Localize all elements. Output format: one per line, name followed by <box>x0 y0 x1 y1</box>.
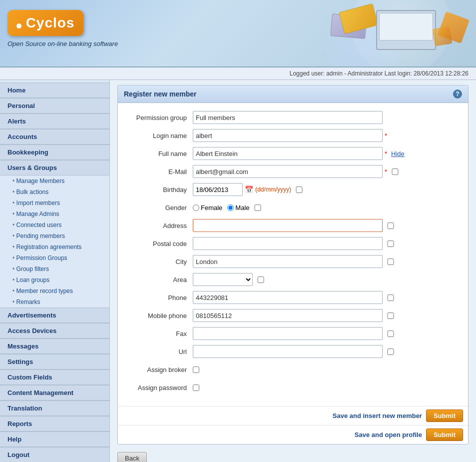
city-checkbox[interactable] <box>386 258 396 265</box>
phone-input[interactable] <box>193 291 383 304</box>
login-name-required: * <box>385 132 387 140</box>
city-input[interactable] <box>193 255 383 268</box>
mobile-phone-row: Mobile phone <box>128 308 458 322</box>
birthday-checkbox[interactable] <box>294 186 304 193</box>
gender-male-radio[interactable] <box>227 204 234 211</box>
sidebar-item-custom-fields[interactable]: Custom Fields <box>0 370 109 385</box>
sidebar-item-registration-agreements[interactable]: Registration agreements <box>0 242 109 252</box>
sidebar-item-pending-members[interactable]: Pending members <box>0 230 109 242</box>
logo-box: Cyclos <box>7 10 83 36</box>
date-hint: (dd/mm/yyyy) <box>255 186 291 193</box>
address-input[interactable] <box>193 219 383 232</box>
save-insert-label: Save and insert new member <box>333 412 422 420</box>
full-name-input[interactable] <box>193 147 383 160</box>
area-checkbox[interactable] <box>256 276 266 283</box>
url-label: Url <box>128 348 193 356</box>
email-input[interactable] <box>193 165 383 178</box>
phone-label: Phone <box>128 294 193 302</box>
fax-input[interactable] <box>193 327 383 340</box>
help-icon[interactable]: ? <box>453 90 462 98</box>
gender-female-label[interactable]: Female <box>193 204 222 212</box>
logo-area: Cyclos Open Source on-line banking softw… <box>7 10 118 48</box>
assign-password-row: Assign password <box>128 380 458 394</box>
assign-broker-checkbox[interactable] <box>193 366 199 373</box>
login-name-input[interactable] <box>193 129 383 142</box>
permission-group-input[interactable] <box>193 111 383 124</box>
sidebar-item-remarks[interactable]: Remarks <box>0 296 109 308</box>
mobile-phone-checkbox[interactable] <box>386 312 396 319</box>
sidebar-item-personal[interactable]: Personal <box>0 98 109 114</box>
gender-female-text: Female <box>201 204 222 212</box>
mobile-phone-input[interactable] <box>193 309 383 322</box>
status-bar: Logged user: admin - Administrator Last … <box>0 68 476 80</box>
area-row: Area <box>128 272 458 286</box>
save-insert-button[interactable]: Submit <box>426 410 463 422</box>
sidebar-item-settings[interactable]: Settings <box>0 354 109 370</box>
email-row: E-Mail * <box>128 164 458 178</box>
phone-checkbox[interactable] <box>386 294 396 301</box>
gender-row: Gender Female Male <box>128 200 458 214</box>
gender-female-radio[interactable] <box>193 204 199 211</box>
sidebar-item-member-record-types[interactable]: Member record types <box>0 286 109 296</box>
full-name-required: * <box>385 150 387 158</box>
save-insert-row: Save and insert new member Submit <box>118 406 468 425</box>
email-checkbox[interactable] <box>390 168 400 175</box>
form-panel-title: Register new member <box>124 90 197 98</box>
phone-row: Phone <box>128 290 458 304</box>
address-checkbox[interactable] <box>386 222 396 229</box>
sidebar-item-users-groups[interactable]: Users & Groups <box>0 160 109 176</box>
postal-code-label: Postal code <box>128 240 193 248</box>
calendar-icon[interactable]: 📅 <box>245 186 253 194</box>
area-select[interactable] <box>193 273 253 286</box>
assign-password-checkbox[interactable] <box>193 384 199 391</box>
sidebar-item-bookkeeping[interactable]: Bookkeeping <box>0 144 109 160</box>
sidebar-item-advertisements[interactable]: Advertisements <box>0 308 109 323</box>
sidebar-item-permission-groups[interactable]: Permission Groups <box>0 252 109 264</box>
login-name-row: Login name * <box>128 128 458 142</box>
birthday-row: Birthday 📅 (dd/mm/yyyy) <box>128 182 458 196</box>
login-name-label: Login name <box>128 132 193 140</box>
register-form-panel: Register new member ? Permission group L… <box>117 85 469 444</box>
back-button[interactable]: Back <box>117 452 147 462</box>
sidebar-item-messages[interactable]: Messages <box>0 338 109 354</box>
sidebar-item-manage-admins[interactable]: Manage Admins <box>0 208 109 220</box>
form-panel-body: Permission group Login name * Full name … <box>118 103 468 406</box>
postal-code-input[interactable] <box>193 237 383 250</box>
save-open-button[interactable]: Submit <box>426 428 463 441</box>
birthday-input[interactable] <box>193 183 243 196</box>
email-required: * <box>385 168 387 176</box>
url-checkbox[interactable] <box>386 348 396 355</box>
gender-checkbox[interactable] <box>253 204 263 211</box>
sidebar-item-accounts[interactable]: Accounts <box>0 129 109 144</box>
full-name-row: Full name * Hide <box>128 146 458 160</box>
sidebar-item-connected-users[interactable]: Connected users <box>0 220 109 230</box>
sidebar-item-manage-members[interactable]: Manage Members <box>0 176 109 186</box>
header-graphics <box>276 0 476 66</box>
sidebar-item-logout[interactable]: Logout <box>0 447 109 462</box>
city-row: City <box>128 254 458 268</box>
full-name-label: Full name <box>128 150 193 158</box>
postal-code-checkbox[interactable] <box>386 240 396 247</box>
gender-male-text: Male <box>235 204 249 212</box>
gender-male-label[interactable]: Male <box>227 204 249 212</box>
logo-text: Cyclos <box>26 15 75 30</box>
sidebar-item-import-members[interactable]: Import members <box>0 198 109 208</box>
sidebar-item-loan-groups[interactable]: Loan groups <box>0 274 109 286</box>
sidebar-item-group-filters[interactable]: Group filters <box>0 264 109 274</box>
sidebar-item-translation[interactable]: Translation <box>0 400 109 416</box>
sidebar-item-reports[interactable]: Reports <box>0 416 109 432</box>
sidebar-item-access-devices[interactable]: Access Devices <box>0 323 109 338</box>
permission-group-row: Permission group <box>128 110 458 124</box>
hide-link[interactable]: Hide <box>391 150 405 158</box>
sidebar-item-content-management[interactable]: Content Management <box>0 385 109 400</box>
sidebar-item-home[interactable]: Home <box>0 82 109 98</box>
sidebar-item-alerts[interactable]: Alerts <box>0 114 109 129</box>
url-input[interactable] <box>193 345 383 358</box>
fax-label: Fax <box>128 330 193 338</box>
sidebar-item-bulk-actions[interactable]: Bulk actions <box>0 186 109 198</box>
main-layout: Home Personal Alerts Accounts Bookkeepin… <box>0 80 476 462</box>
sidebar-item-help[interactable]: Help <box>0 432 109 447</box>
birthday-label: Birthday <box>128 186 193 194</box>
fax-row: Fax <box>128 326 458 340</box>
fax-checkbox[interactable] <box>386 330 396 337</box>
